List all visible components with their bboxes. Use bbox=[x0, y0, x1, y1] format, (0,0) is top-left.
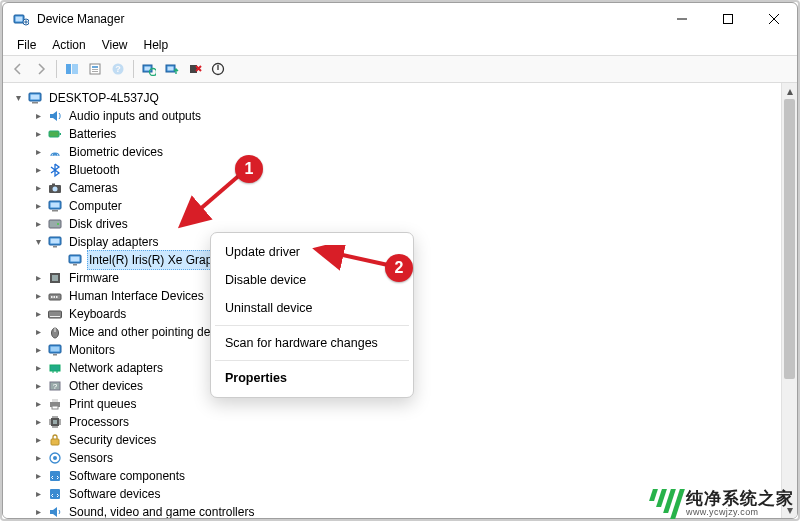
help-toolbar-button[interactable]: ? bbox=[107, 58, 129, 80]
chevron-right-icon[interactable]: ▸ bbox=[31, 469, 45, 483]
context-separator bbox=[215, 325, 409, 326]
scroll-up-button[interactable]: ▴ bbox=[782, 83, 797, 99]
svg-point-61 bbox=[53, 456, 57, 460]
context-properties[interactable]: Properties bbox=[211, 364, 413, 392]
chevron-right-icon[interactable]: ▸ bbox=[31, 199, 45, 213]
tree-label: Cameras bbox=[67, 179, 120, 197]
chevron-right-icon[interactable]: ▸ bbox=[31, 415, 45, 429]
tree-label: Keyboards bbox=[67, 305, 128, 323]
chevron-right-icon[interactable]: ▸ bbox=[31, 379, 45, 393]
svg-rect-36 bbox=[71, 257, 80, 262]
tree-label: Computer bbox=[67, 197, 124, 215]
tree-label: Firmware bbox=[67, 269, 121, 287]
tree-category-node[interactable]: ▸Batteries bbox=[31, 125, 781, 143]
scan-hardware-button[interactable] bbox=[138, 58, 160, 80]
firmware-icon bbox=[47, 270, 63, 286]
chevron-right-icon[interactable]: ▸ bbox=[31, 271, 45, 285]
context-disable-device[interactable]: Disable device bbox=[211, 266, 413, 294]
svg-rect-9 bbox=[92, 71, 98, 72]
tree-label: Software components bbox=[67, 467, 187, 485]
chevron-right-icon[interactable]: ▸ bbox=[31, 325, 45, 339]
tree-label: Disk drives bbox=[67, 215, 130, 233]
tree-label: Sensors bbox=[67, 449, 115, 467]
sound-icon bbox=[47, 504, 63, 518]
properties-toolbar-button[interactable] bbox=[84, 58, 106, 80]
software-icon bbox=[47, 468, 63, 484]
svg-rect-16 bbox=[168, 67, 174, 71]
svg-rect-8 bbox=[92, 69, 98, 70]
svg-rect-3 bbox=[724, 15, 733, 24]
show-hide-tree-button[interactable] bbox=[61, 58, 83, 80]
tree-label: Software devices bbox=[67, 485, 162, 503]
nav-back-button[interactable] bbox=[7, 58, 29, 80]
network-icon bbox=[47, 360, 63, 376]
chevron-right-icon[interactable]: ▸ bbox=[31, 487, 45, 501]
svg-rect-20 bbox=[31, 95, 40, 100]
context-scan-changes[interactable]: Scan for hardware changes bbox=[211, 329, 413, 357]
tree-label: Sound, video and game controllers bbox=[67, 503, 256, 518]
tree-category-node[interactable]: ▸Cameras bbox=[31, 179, 781, 197]
tree-category-node[interactable]: ▸Software components bbox=[31, 467, 781, 485]
computer-icon bbox=[27, 90, 43, 106]
context-menu: Update driver Disable device Uninstall d… bbox=[210, 232, 414, 398]
printer-icon bbox=[47, 396, 63, 412]
scroll-thumb[interactable] bbox=[784, 99, 795, 379]
maximize-button[interactable] bbox=[705, 3, 751, 35]
tree-category-node[interactable]: ▸Biometric devices bbox=[31, 143, 781, 161]
tree-category-node[interactable]: ▸Sensors bbox=[31, 449, 781, 467]
audio-icon bbox=[47, 108, 63, 124]
menu-file[interactable]: File bbox=[9, 36, 44, 54]
tree-category-node[interactable]: ▸Computer bbox=[31, 197, 781, 215]
chevron-right-icon[interactable]: ▸ bbox=[31, 451, 45, 465]
tree-category-node[interactable]: ▸Processors bbox=[31, 413, 781, 431]
menu-help[interactable]: Help bbox=[136, 36, 177, 54]
context-update-driver[interactable]: Update driver bbox=[211, 238, 413, 266]
nav-forward-button[interactable] bbox=[30, 58, 52, 80]
tree-category-node[interactable]: ▸Security devices bbox=[31, 431, 781, 449]
menu-action[interactable]: Action bbox=[44, 36, 93, 54]
context-uninstall-device[interactable]: Uninstall device bbox=[211, 294, 413, 322]
chevron-down-icon[interactable]: ▾ bbox=[31, 235, 45, 249]
svg-rect-43 bbox=[56, 296, 58, 298]
display-icon bbox=[47, 234, 63, 250]
svg-rect-58 bbox=[53, 420, 57, 424]
camera-icon bbox=[47, 180, 63, 196]
tree-category-node[interactable]: ▸Disk drives bbox=[31, 215, 781, 233]
tree-label: Batteries bbox=[67, 125, 118, 143]
tree-label: Network adapters bbox=[67, 359, 165, 377]
tree-category-node[interactable]: ▸Bluetooth bbox=[31, 161, 781, 179]
chevron-right-icon[interactable]: ▸ bbox=[31, 343, 45, 357]
chevron-right-icon[interactable]: ▸ bbox=[31, 145, 45, 159]
uninstall-device-toolbar-button[interactable] bbox=[184, 58, 206, 80]
tree-label: Display adapters bbox=[67, 233, 160, 251]
chevron-right-icon[interactable]: ▸ bbox=[31, 109, 45, 123]
svg-rect-50 bbox=[53, 354, 57, 356]
tree-category-node[interactable]: ▸Audio inputs and outputs bbox=[31, 107, 781, 125]
svg-text:?: ? bbox=[115, 64, 121, 74]
watermark-text: 纯净系统之家 bbox=[686, 490, 794, 508]
chevron-right-icon[interactable]: ▸ bbox=[31, 307, 45, 321]
update-driver-toolbar-button[interactable] bbox=[161, 58, 183, 80]
svg-rect-26 bbox=[52, 184, 55, 186]
tree-device-node-selected[interactable]: Intel(R) Iris(R) Xe Graphics bbox=[51, 251, 781, 269]
chevron-right-icon[interactable]: ▸ bbox=[31, 433, 45, 447]
chevron-right-icon[interactable]: ▸ bbox=[31, 289, 45, 303]
menu-view[interactable]: View bbox=[94, 36, 136, 54]
chevron-down-icon[interactable]: ▾ bbox=[11, 91, 25, 105]
chevron-right-icon[interactable]: ▸ bbox=[31, 163, 45, 177]
chevron-right-icon[interactable]: ▸ bbox=[31, 127, 45, 141]
chevron-right-icon[interactable]: ▸ bbox=[31, 217, 45, 231]
tree-label: Audio inputs and outputs bbox=[67, 107, 203, 125]
chevron-right-icon[interactable]: ▸ bbox=[31, 181, 45, 195]
tree-root-node[interactable]: ▾ DESKTOP-4L537JQ bbox=[11, 89, 781, 107]
chevron-right-icon[interactable]: ▸ bbox=[31, 361, 45, 375]
vertical-scrollbar[interactable]: ▴ ▾ bbox=[781, 83, 797, 518]
disable-device-toolbar-button[interactable] bbox=[207, 58, 229, 80]
minimize-button[interactable] bbox=[659, 3, 705, 35]
tree-label: Monitors bbox=[67, 341, 117, 359]
svg-rect-7 bbox=[92, 66, 98, 68]
chevron-right-icon[interactable]: ▸ bbox=[31, 505, 45, 518]
svg-rect-55 bbox=[52, 399, 58, 402]
chevron-right-icon[interactable]: ▸ bbox=[31, 397, 45, 411]
close-button[interactable] bbox=[751, 3, 797, 35]
